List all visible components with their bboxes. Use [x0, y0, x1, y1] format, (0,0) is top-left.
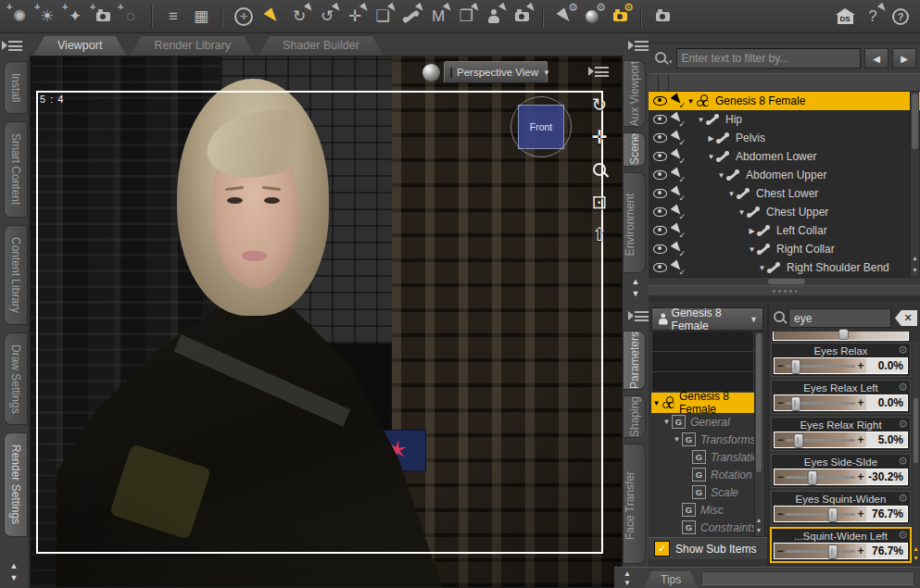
sidebar-tab-draw-settings[interactable]: Draw Settings [4, 332, 28, 426]
sidebar-tab-install[interactable]: Install [4, 61, 28, 114]
visibility-eye-icon[interactable] [653, 244, 667, 254]
expander-icon[interactable] [716, 171, 726, 180]
translate-tool-button[interactable]: ✛ [341, 3, 369, 31]
panel-tab-aux-viewport[interactable]: Aux Viewport [623, 60, 646, 127]
selectable-cursor-icon[interactable] [671, 113, 684, 126]
display-settings-button[interactable] [578, 3, 606, 31]
sliders-scrollbar[interactable] [913, 343, 919, 556]
expander-icon[interactable] [662, 418, 672, 426]
whats-this-button[interactable]: ? [859, 3, 887, 31]
surface-selection-tool-button[interactable]: ❐ [452, 3, 480, 31]
slider-increment-button[interactable]: + [855, 507, 866, 520]
panel-menu-icon[interactable] [8, 41, 22, 52]
scroll-down-arrow[interactable]: ▼ [911, 265, 919, 276]
slider-decrement-button[interactable]: − [775, 396, 786, 409]
show-sub-items-checkbox[interactable]: ✓ [654, 541, 670, 557]
scene-node-abdomen-upper[interactable]: Abdomen Upper [649, 166, 920, 184]
panel-tab-scene[interactable]: Scene [623, 132, 646, 166]
scroll-up-arrow[interactable]: ▲ [912, 544, 920, 554]
pan-camera-icon[interactable]: ✛ [588, 126, 611, 148]
scrollbar-handle[interactable] [768, 279, 805, 284]
slider-value[interactable]: 5.0% [866, 432, 907, 447]
figure-selector-dropdown[interactable]: Genesis 8 Female ▼ [651, 307, 763, 331]
scroll-up-arrow[interactable]: ▲ [628, 276, 643, 288]
expander-icon[interactable] [747, 245, 757, 254]
toolbar-item[interactable] [634, 6, 649, 28]
scene-node-right-shoulder-bend[interactable]: Right Shoulder Bend [649, 258, 920, 277]
toolbar-item[interactable] [215, 6, 230, 28]
scene-node-chest-upper[interactable]: Chest Upper [649, 203, 920, 221]
panel-tab-shaping[interactable]: Shaping [623, 395, 646, 438]
expander-icon[interactable] [706, 134, 716, 143]
scrollbar-handle[interactable] [912, 94, 918, 149]
selectable-cursor-icon[interactable] [671, 261, 684, 274]
slider-eyes-relax-right[interactable]: Eyes Relax Right ⚙ − + 5.0% [771, 417, 911, 451]
view-cube-gizmo[interactable]: Front [518, 105, 564, 149]
scene-horizontal-scrollbar[interactable] [649, 277, 920, 285]
selectable-cursor-icon[interactable] [671, 169, 684, 181]
slider-increment-button[interactable]: + [855, 433, 866, 446]
tab-viewport[interactable]: Viewport [33, 36, 126, 56]
expander-icon[interactable] [757, 264, 767, 272]
new-null-button[interactable]: + ◌ [117, 3, 145, 31]
toolbar-item[interactable] [145, 6, 159, 28]
tab-render-library[interactable]: Render Library [130, 36, 255, 56]
search-icon[interactable] [771, 311, 785, 325]
selectable-cursor-icon[interactable] [671, 131, 684, 144]
param-tree-rotation[interactable]: Rotation [651, 466, 754, 483]
scroll-down-arrow[interactable]: ▼ [6, 572, 21, 584]
slider-value[interactable]: -30.2% [866, 469, 907, 484]
selectable-cursor-icon[interactable] [671, 187, 684, 200]
slider-increment-button[interactable]: + [855, 396, 866, 409]
figure-selection-tool-button[interactable] [480, 3, 508, 31]
partially-visible-slider[interactable] [773, 332, 909, 341]
expander-icon[interactable] [651, 399, 662, 407]
slider-decrement-button[interactable]: − [775, 544, 786, 557]
selected-figure-row[interactable]: Genesis 8 Female [651, 393, 754, 413]
scene-node-left-collar[interactable]: Left Collar [649, 221, 920, 240]
expander-icon[interactable] [696, 116, 706, 124]
scroll-up-arrow[interactable]: ▲ [620, 569, 635, 579]
scale-tool-button[interactable]: ❏ [369, 3, 397, 31]
filter-forward-button[interactable]: ▶ [892, 48, 916, 69]
camera-up-icon[interactable]: ⇧ [588, 223, 611, 245]
selectable-cursor-icon[interactable] [671, 224, 684, 237]
panel-tab-parameters[interactable]: Parameters [623, 331, 646, 390]
slider-settings-gear-icon[interactable]: ⚙ [898, 418, 908, 431]
sidebar-tab-content-library[interactable]: Content Library [4, 225, 28, 325]
slider-settings-gear-icon[interactable]: ⚙ [898, 492, 908, 505]
scene-node-genesis-8-female[interactable]: Genesis 8 Female [649, 92, 920, 110]
scene-node-right-collar[interactable]: Right Collar [649, 240, 920, 258]
panel-menu-icon[interactable] [635, 311, 649, 322]
frame-selection-icon[interactable]: ⊡ [588, 191, 611, 213]
visibility-eye-icon[interactable] [653, 263, 667, 272]
slider-decrement-button[interactable]: − [775, 359, 786, 372]
slider-track[interactable] [786, 544, 855, 558]
slider-value[interactable]: 76.7% [866, 544, 907, 558]
tool-settings-button[interactable] [550, 3, 578, 31]
zoom-camera-icon[interactable] [588, 158, 611, 181]
scroll-up-arrow[interactable]: ▲ [755, 515, 762, 525]
param-tree-misc[interactable]: Misc [651, 501, 754, 519]
slider-decrement-button[interactable]: − [775, 507, 786, 520]
ds-home-button[interactable]: DS [831, 3, 859, 31]
parameter-search-input[interactable] [788, 308, 891, 328]
tab-shader-builder[interactable]: Shader Builder [258, 36, 384, 56]
slider-eyes-relax-left[interactable]: Eyes Relax Left ⚙ − + 0.0% [771, 380, 911, 414]
viewport-3d-view[interactable]: ✶ 5 : 4 Front ↻ ✛ [30, 56, 623, 588]
new-spotlight-button[interactable]: + ✦ [61, 3, 89, 31]
param-group-all[interactable] [651, 332, 754, 352]
scene-node-chest-lower[interactable]: Chest Lower [649, 184, 920, 203]
scene-node-pelvis[interactable]: Pelvis [649, 129, 920, 147]
selectable-cursor-icon[interactable] [671, 94, 684, 107]
slider-value[interactable]: 0.0% [866, 395, 907, 410]
slider-increment-button[interactable]: + [855, 359, 866, 372]
visibility-eye-icon[interactable] [653, 152, 667, 161]
search-icon[interactable] [652, 52, 673, 66]
visibility-eye-icon[interactable] [653, 207, 667, 217]
universal-tool-button[interactable] [230, 3, 258, 31]
expander-icon[interactable] [737, 208, 747, 217]
slider-settings-gear-icon[interactable]: ⚙ [898, 344, 908, 357]
slider-value[interactable]: 0.0% [866, 358, 907, 373]
viewport-options-menu-icon[interactable] [595, 67, 609, 78]
